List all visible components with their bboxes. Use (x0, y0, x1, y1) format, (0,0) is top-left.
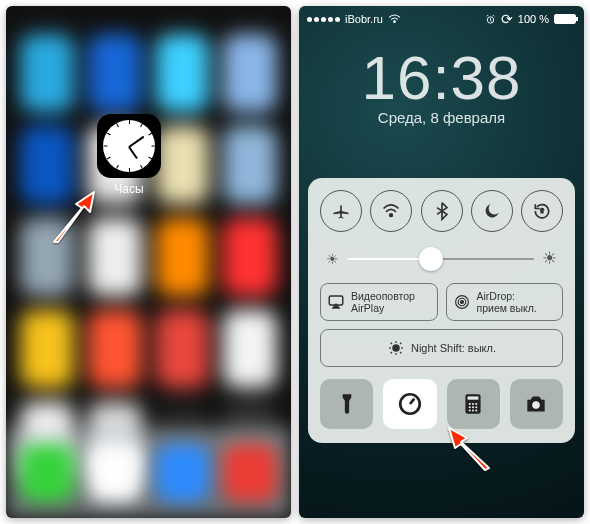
airdrop-button[interactable]: AirDrop:прием выкл. (446, 283, 564, 321)
airplay-icon (327, 293, 345, 311)
bluetooth-icon (432, 201, 452, 221)
svg-point-12 (469, 403, 471, 405)
camera-icon (523, 391, 549, 417)
brightness-slider[interactable]: ☀︎ ☀︎ (326, 248, 557, 269)
svg-point-18 (469, 409, 471, 411)
svg-point-8 (393, 345, 399, 351)
svg-point-17 (475, 406, 477, 408)
status-bar: iBobr.ru ⟳ 100 % (299, 6, 584, 32)
calculator-icon (460, 391, 486, 417)
airdrop-icon (453, 293, 471, 311)
phone-lockscreen: iBobr.ru ⟳ 100 % 16:38 Среда, 8 февраля (299, 6, 584, 518)
flashlight-button[interactable] (320, 379, 373, 429)
airplane-icon (331, 201, 351, 221)
clock-app-icon[interactable] (97, 114, 161, 178)
clock-app[interactable]: Часы (94, 114, 164, 196)
svg-point-5 (460, 301, 463, 304)
phone-home-blurred: Часы (6, 6, 291, 518)
timer-icon (397, 391, 423, 417)
svg-point-0 (394, 21, 396, 23)
cc-toggle-row (320, 190, 563, 232)
timer-button[interactable] (383, 379, 436, 429)
dnd-moon-icon (482, 201, 502, 221)
svg-point-21 (533, 401, 541, 409)
night-shift-label: Night Shift: выкл. (411, 342, 496, 354)
rotation-lock-toggle[interactable] (521, 190, 563, 232)
svg-point-13 (472, 403, 474, 405)
dnd-toggle[interactable] (471, 190, 513, 232)
wifi-toggle[interactable] (370, 190, 412, 232)
battery-pct: 100 % (518, 13, 549, 25)
alarm-icon (485, 14, 496, 25)
signal-dots-icon (307, 17, 340, 22)
svg-point-15 (469, 406, 471, 408)
bluetooth-toggle[interactable] (421, 190, 463, 232)
airplay-button[interactable]: Видеоповтор AirPlay (320, 283, 438, 321)
wifi-icon (381, 201, 401, 221)
svg-point-2 (390, 214, 393, 217)
control-center: ☀︎ ☀︎ Видеоповтор AirPlay AirDrop:прием … (308, 178, 575, 443)
airplane-toggle[interactable] (320, 190, 362, 232)
camera-button[interactable] (510, 379, 563, 429)
svg-point-14 (475, 403, 477, 405)
carrier-label: iBobr.ru (345, 13, 383, 25)
clock-face-icon (103, 120, 155, 172)
lock-clock: 16:38 Среда, 8 февраля (299, 42, 584, 126)
svg-point-20 (475, 409, 477, 411)
brightness-low-icon: ☀︎ (326, 251, 339, 267)
svg-point-19 (472, 409, 474, 411)
airplay-label: Видеоповтор AirPlay (351, 290, 431, 314)
rotation-lock-icon (532, 201, 552, 221)
wifi-icon (388, 14, 401, 24)
battery-icon (554, 14, 576, 24)
svg-point-16 (472, 406, 474, 408)
lock-time: 16:38 (299, 42, 584, 113)
flashlight-icon (334, 391, 360, 417)
brightness-high-icon: ☀︎ (542, 248, 557, 269)
clock-app-label: Часы (94, 182, 164, 196)
lock-date: Среда, 8 февраля (299, 109, 584, 126)
svg-rect-11 (468, 396, 479, 399)
rotation-lock-icon: ⟳ (501, 11, 513, 27)
calculator-button[interactable] (447, 379, 500, 429)
night-shift-button[interactable]: Night Shift: выкл. (320, 329, 563, 367)
home-dock-blur (6, 428, 291, 518)
airdrop-label: AirDrop:прием выкл. (477, 290, 537, 314)
night-shift-icon (387, 339, 405, 357)
